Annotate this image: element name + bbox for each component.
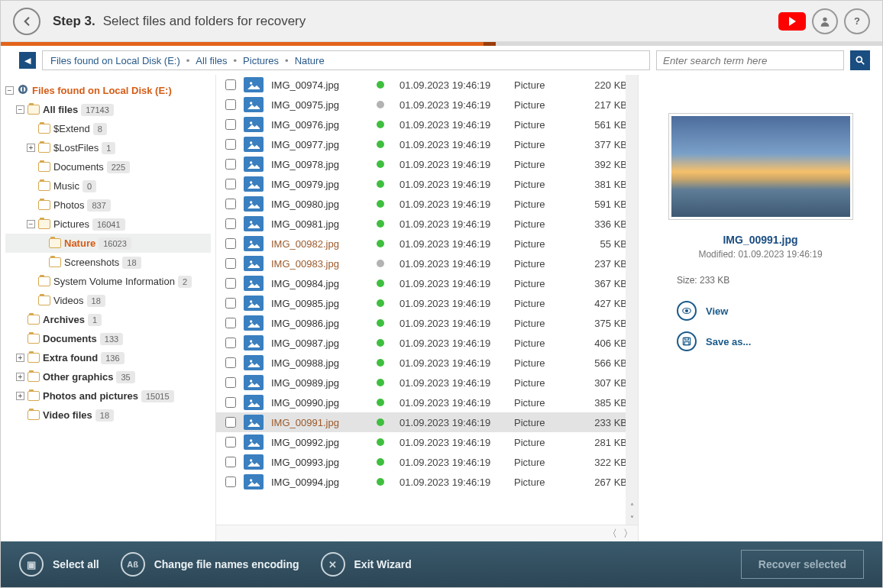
breadcrumb-item[interactable]: Nature (295, 55, 325, 66)
file-checkbox[interactable] (225, 179, 236, 189)
file-checkbox[interactable] (225, 397, 236, 408)
tree-item[interactable]: Documents133 (5, 329, 211, 348)
file-checkbox[interactable] (225, 159, 236, 170)
expand-icon[interactable]: + (16, 354, 24, 362)
file-checkbox[interactable] (225, 477, 236, 487)
breadcrumb-item[interactable]: All files (196, 55, 227, 66)
search-input[interactable] (656, 50, 844, 70)
file-checkbox[interactable] (225, 338, 236, 348)
file-row[interactable]: IMG_00976.jpg01.09.2023 19:46:19Picture5… (216, 115, 638, 134)
file-row[interactable]: IMG_00987.jpg01.09.2023 19:46:19Picture4… (216, 333, 638, 353)
header: Step 3. Select files and folders for rec… (1, 1, 882, 42)
file-row[interactable]: IMG_00979.jpg01.09.2023 19:46:19Picture3… (216, 174, 638, 194)
tree-item[interactable]: Archives1 (5, 310, 211, 329)
file-row[interactable]: IMG_00989.jpg01.09.2023 19:46:19Picture3… (216, 373, 638, 393)
file-checkbox[interactable] (225, 357, 236, 368)
file-checkbox[interactable] (225, 298, 236, 309)
help-icon[interactable]: ? (844, 8, 870, 34)
file-row[interactable]: IMG_00992.jpg01.09.2023 19:46:19Picture2… (216, 432, 638, 452)
tree-item-label: Files found on Local Disk (E:) (32, 85, 172, 96)
file-list[interactable]: IMG_00974.jpg01.09.2023 19:46:19Picture2… (216, 75, 638, 525)
recover-selected-button[interactable]: Recover selected (741, 550, 864, 579)
tree-item[interactable]: −Files found on Local Disk (E:) (5, 81, 211, 100)
file-checkbox[interactable] (225, 238, 236, 249)
file-row[interactable]: IMG_00980.jpg01.09.2023 19:46:19Picture5… (216, 194, 638, 214)
expand-icon[interactable]: + (16, 373, 24, 381)
file-checkbox[interactable] (225, 258, 236, 269)
expand-icon[interactable]: + (27, 144, 35, 152)
file-row[interactable]: IMG_00974.jpg01.09.2023 19:46:19Picture2… (216, 75, 638, 95)
picture-icon (244, 256, 264, 271)
tree-item[interactable]: Screenshots18 (5, 253, 211, 272)
collapse-icon[interactable]: − (5, 86, 14, 95)
tree-item[interactable]: −Pictures16041 (5, 215, 211, 234)
tree-item[interactable]: −All files17143 (5, 100, 211, 119)
tree-item[interactable]: +Other graphics35 (5, 367, 211, 386)
scroll-up-icon[interactable]: ˄ (626, 500, 638, 512)
file-row[interactable]: IMG_00988.jpg01.09.2023 19:46:19Picture5… (216, 353, 638, 373)
tree-item[interactable]: $Extend8 (5, 119, 211, 138)
collapse-icon[interactable]: − (16, 105, 24, 114)
tree-item[interactable]: Photos837 (5, 195, 211, 215)
expand-icon[interactable]: + (16, 392, 24, 400)
exit-wizard-button[interactable]: ✕ Exit Wizard (321, 552, 412, 577)
search-button[interactable] (850, 50, 870, 70)
file-row[interactable]: IMG_00977.jpg01.09.2023 19:46:19Picture3… (216, 134, 638, 154)
back-button[interactable] (13, 8, 40, 35)
file-row[interactable]: IMG_00986.jpg01.09.2023 19:46:19Picture3… (216, 313, 638, 333)
file-checkbox[interactable] (225, 457, 236, 467)
breadcrumb-item[interactable]: Files found on Local Disk (E:) (50, 55, 180, 66)
file-checkbox[interactable] (225, 99, 236, 110)
scroll-left-icon[interactable]: 〈 (607, 527, 617, 541)
file-type: Picture (514, 238, 569, 250)
tree-item[interactable]: +Photos and pictures15015 (5, 386, 211, 405)
file-row[interactable]: IMG_00991.jpg01.09.2023 19:46:19Picture2… (216, 412, 638, 432)
file-checkbox[interactable] (225, 417, 236, 428)
file-row[interactable]: IMG_00975.jpg01.09.2023 19:46:19Picture2… (216, 95, 638, 115)
tree-item-label: Documents (53, 161, 104, 173)
file-row[interactable]: IMG_00982.jpg01.09.2023 19:46:19Picture5… (216, 234, 638, 254)
file-checkbox[interactable] (225, 199, 236, 209)
file-date: 01.09.2023 19:46:19 (399, 477, 506, 488)
encoding-button[interactable]: Aß Change file names encoding (121, 552, 299, 577)
scroll-down-icon[interactable]: ˅ (626, 512, 638, 525)
file-checkbox[interactable] (225, 437, 236, 447)
file-checkbox[interactable] (225, 79, 236, 90)
saveas-button[interactable]: Save as... (677, 331, 870, 351)
file-checkbox[interactable] (225, 278, 236, 289)
file-row[interactable]: IMG_00984.jpg01.09.2023 19:46:19Picture3… (216, 273, 638, 293)
file-name: IMG_00974.jpg (271, 79, 361, 91)
file-row[interactable]: IMG_00990.jpg01.09.2023 19:46:19Picture3… (216, 393, 638, 412)
tree-item[interactable]: Music0 (5, 176, 211, 195)
status-dot (377, 141, 384, 148)
select-all-button[interactable]: ▣ Select all (19, 552, 99, 577)
svg-point-38 (250, 399, 252, 402)
youtube-icon[interactable] (778, 12, 806, 31)
horizontal-scroll[interactable]: 〈 〉 (216, 525, 638, 541)
tree-item[interactable]: Videos18 (5, 291, 211, 310)
tree-item[interactable]: +Extra found136 (5, 348, 211, 367)
vertical-scrollbar[interactable]: ˄ ˅ (626, 75, 638, 525)
file-checkbox[interactable] (225, 377, 236, 388)
breadcrumb-back-button[interactable]: ◀ (19, 52, 36, 69)
file-checkbox[interactable] (225, 119, 236, 130)
view-button[interactable]: View (677, 301, 870, 321)
file-row[interactable]: IMG_00993.jpg01.09.2023 19:46:19Picture3… (216, 452, 638, 472)
user-icon[interactable] (812, 8, 838, 34)
collapse-icon[interactable]: − (27, 220, 35, 228)
file-checkbox[interactable] (225, 139, 236, 150)
file-checkbox[interactable] (225, 218, 236, 229)
file-row[interactable]: IMG_00985.jpg01.09.2023 19:46:19Picture4… (216, 293, 638, 313)
file-row[interactable]: IMG_00978.jpg01.09.2023 19:46:19Picture3… (216, 154, 638, 174)
tree-item[interactable]: Nature16023 (5, 234, 211, 253)
file-checkbox[interactable] (225, 318, 236, 328)
tree-item[interactable]: Video files18 (5, 405, 211, 425)
tree-item[interactable]: System Volume Information2 (5, 272, 211, 291)
scroll-right-icon[interactable]: 〉 (623, 527, 633, 541)
file-row[interactable]: IMG_00981.jpg01.09.2023 19:46:19Picture3… (216, 214, 638, 234)
file-row[interactable]: IMG_00994.jpg01.09.2023 19:46:19Picture2… (216, 472, 638, 492)
tree-item[interactable]: Documents225 (5, 157, 211, 176)
breadcrumb-item[interactable]: Pictures (243, 55, 279, 66)
file-row[interactable]: IMG_00983.jpg01.09.2023 19:46:19Picture2… (216, 254, 638, 273)
tree-item[interactable]: +$LostFiles1 (5, 138, 211, 157)
